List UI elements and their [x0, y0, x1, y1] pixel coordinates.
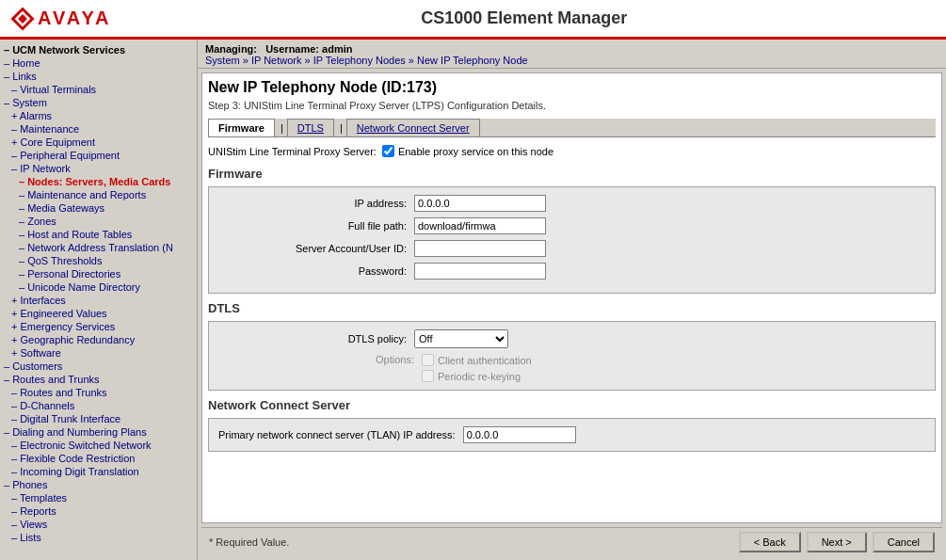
ip-address-row: IP address: [218, 195, 925, 212]
sidebar-item-dialing-numbering[interactable]: – Dialing and Numbering Plans [0, 425, 197, 439]
sidebar-item-zones[interactable]: – Zones [0, 215, 197, 228]
firmware-form: IP address: Full file path: Server Accou… [208, 186, 936, 294]
full-file-path-label: Full file path: [218, 220, 407, 232]
tab-ncs[interactable]: Network Connect Server [346, 119, 480, 136]
full-file-path-input[interactable] [414, 217, 546, 234]
tab-firmware[interactable]: Firmware [208, 119, 275, 136]
client-auth-option: Client authentication [422, 354, 532, 366]
dtls-options-checks: Client authentication Periodic re-keying [422, 354, 532, 382]
sidebar-item-electronic-switched[interactable]: – Electronic Switched Network [0, 439, 197, 452]
password-label: Password: [218, 265, 407, 277]
sidebar-item-network-addr-translation[interactable]: – Network Address Translation (N [0, 241, 197, 254]
dtls-policy-select[interactable]: Off On [414, 329, 508, 348]
main-container: – UCM Network Services– Home– Links– Vir… [0, 40, 946, 560]
page-title: New IP Telephony Node (ID:173) [208, 79, 936, 96]
sidebar-item-routes-and-trunks[interactable]: – Routes and Trunks [0, 373, 197, 386]
client-auth-checkbox[interactable] [422, 354, 434, 366]
sidebar-item-links[interactable]: – Links [0, 70, 197, 83]
sidebar-item-routes-trunks-item[interactable]: – Routes and Trunks [0, 386, 197, 399]
sidebar-item-ucm: – UCM Network Services [0, 43, 197, 56]
sidebar-item-phones[interactable]: – Phones [0, 478, 197, 491]
managing-bar: Managing: Username: admin System » IP Ne… [198, 40, 946, 69]
client-auth-label: Client authentication [438, 355, 532, 366]
ncs-primary-label: Primary network connect server (TLAN) IP… [218, 429, 456, 440]
avaya-diamond-icon [9, 6, 36, 32]
cancel-button[interactable]: Cancel [873, 532, 935, 552]
sidebar-item-views[interactable]: – Views [0, 518, 197, 531]
periodic-rekey-label: Periodic re-keying [438, 371, 521, 382]
proxy-enable-label: Enable proxy service on this node [398, 146, 553, 157]
sidebar-item-peripheral-equipment[interactable]: – Peripheral Equipment [0, 149, 197, 162]
password-input[interactable] [414, 263, 546, 280]
server-account-label: Server Account/User ID: [218, 243, 407, 254]
tabs-bar: Firmware | DTLS | Network Connect Server [208, 119, 936, 137]
avaya-wordmark: AVAYA [38, 8, 111, 29]
sidebar-item-qos-thresholds[interactable]: – QoS Thresholds [0, 254, 197, 267]
periodic-rekey-checkbox[interactable] [422, 370, 434, 382]
proxy-enable-checkbox[interactable] [382, 145, 394, 157]
page-subtitle: Step 3: UNIStim Line Terminal Proxy Serv… [208, 100, 936, 111]
app-title: CS1000 Element Manager [111, 8, 937, 28]
sidebar-item-software[interactable]: + Software [0, 346, 197, 360]
next-button[interactable]: Next > [807, 532, 867, 552]
sidebar-item-media-gateways[interactable]: – Media Gateways [0, 201, 197, 215]
required-note: * Required Value. [209, 536, 289, 548]
ip-address-label: IP address: [218, 198, 407, 209]
dtls-form: DTLS policy: Off On Options: Client auth… [208, 321, 936, 391]
sidebar-item-alarms[interactable]: + Alarms [0, 109, 197, 122]
sidebar-item-maintenance[interactable]: – Maintenance [0, 122, 197, 136]
header: AVAYA CS1000 Element Manager [0, 0, 946, 40]
dtls-policy-row: DTLS policy: Off On [218, 329, 925, 348]
page-content: New IP Telephony Node (ID:173) Step 3: U… [201, 72, 942, 523]
dtls-options-row: Options: Client authentication Periodic … [226, 354, 925, 382]
sidebar-item-emergency-services[interactable]: + Emergency Services [0, 320, 197, 333]
sidebar-item-home[interactable]: – Home [0, 56, 197, 70]
sidebar-item-geographic-redundancy[interactable]: + Geographic Redundancy [0, 333, 197, 346]
server-account-input[interactable] [414, 240, 546, 257]
managing-label: Managing: Username: admin [205, 43, 352, 55]
dtls-policy-label: DTLS policy: [218, 333, 407, 344]
ncs-primary-input[interactable] [463, 426, 576, 443]
dtls-section-title: DTLS [208, 301, 936, 315]
tab-dtls[interactable]: DTLS [287, 119, 334, 136]
ip-address-input[interactable] [414, 195, 546, 212]
tab-separator-1: | [277, 120, 287, 136]
sidebar-item-nodes-servers[interactable]: – Nodes: Servers, Media Cards [0, 175, 197, 188]
proxy-server-label: UNIStim Line Terminal Proxy Server: [208, 146, 377, 157]
firmware-section-title: Firmware [208, 167, 936, 181]
sidebar-item-interfaces[interactable]: + Interfaces [0, 294, 197, 307]
tab-separator-2: | [336, 120, 346, 136]
sidebar-item-lists[interactable]: – Lists [0, 531, 197, 544]
sidebar-item-customers[interactable]: – Customers [0, 360, 197, 373]
sidebar-item-d-channels[interactable]: – D-Channels [0, 399, 197, 412]
periodic-rekey-option: Periodic re-keying [422, 370, 532, 382]
bottom-buttons: < Back Next > Cancel [739, 532, 935, 552]
sidebar-item-system[interactable]: – System [0, 96, 197, 109]
sidebar-item-ip-network[interactable]: – IP Network [0, 162, 197, 175]
sidebar: – UCM Network Services– Home– Links– Vir… [0, 40, 198, 560]
back-button[interactable]: < Back [739, 532, 801, 552]
sidebar-item-unicode-name-directory[interactable]: – Unicode Name Directory [0, 280, 197, 294]
breadcrumb: System » IP Network » IP Telephony Nodes… [205, 55, 938, 66]
full-file-path-row: Full file path: [218, 217, 925, 234]
content-area: Managing: Username: admin System » IP Ne… [198, 40, 946, 560]
sidebar-item-virtual-terminals[interactable]: – Virtual Terminals [0, 83, 197, 96]
sidebar-item-flexible-code[interactable]: – Flexible Code Restriction [0, 452, 197, 465]
sidebar-item-digital-trunk-interface[interactable]: – Digital Trunk Interface [0, 412, 197, 425]
proxy-server-line: UNIStim Line Terminal Proxy Server: Enab… [208, 145, 936, 157]
sidebar-item-core-equipment[interactable]: + Core Equipment [0, 136, 197, 149]
sidebar-item-incoming-digit[interactable]: – Incoming Digit Translation [0, 465, 197, 478]
ncs-primary-row: Primary network connect server (TLAN) IP… [218, 426, 925, 443]
avaya-logo: AVAYA [9, 6, 111, 32]
sidebar-item-reports[interactable]: – Reports [0, 504, 197, 518]
dtls-options-label: Options: [226, 354, 414, 365]
sidebar-item-host-route-tables[interactable]: – Host and Route Tables [0, 228, 197, 241]
sidebar-item-templates[interactable]: – Templates [0, 491, 197, 504]
sidebar-item-personal-directories[interactable]: – Personal Directories [0, 267, 197, 280]
password-row: Password: [218, 263, 925, 280]
server-account-row: Server Account/User ID: [218, 240, 925, 257]
ncs-section-title: Network Connect Server [208, 398, 936, 412]
sidebar-item-maintenance-reports[interactable]: – Maintenance and Reports [0, 188, 197, 201]
bottom-bar: * Required Value. < Back Next > Cancel [201, 527, 942, 556]
sidebar-item-engineered-values[interactable]: + Engineered Values [0, 307, 197, 320]
